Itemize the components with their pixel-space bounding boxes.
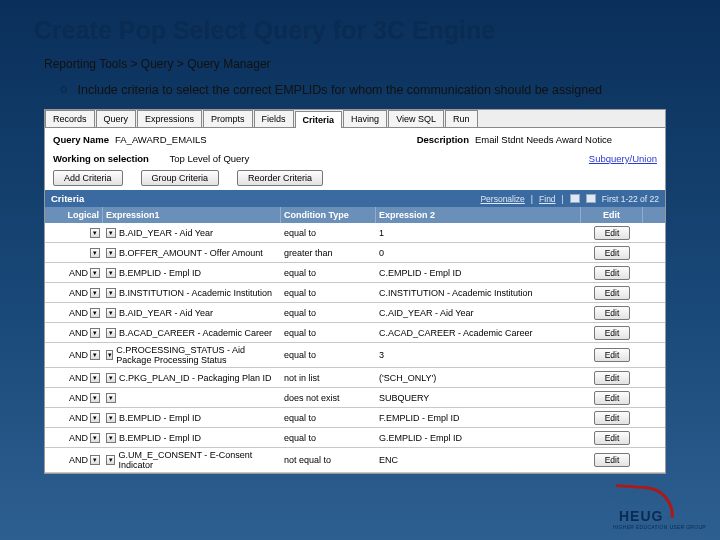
logical-dropdown[interactable]: ▾ — [90, 328, 100, 338]
edit-button[interactable]: Edit — [594, 431, 631, 445]
expression1-dropdown[interactable]: ▾ — [106, 328, 116, 338]
expression1-dropdown[interactable]: ▾ — [106, 373, 116, 383]
expression1-dropdown[interactable]: ▾ — [106, 248, 116, 258]
condition-value: greater than — [281, 246, 376, 260]
bullet-item: o Include criteria to select the correct… — [0, 77, 720, 103]
add-criteria-button[interactable]: Add Criteria — [53, 170, 123, 186]
logical-dropdown[interactable]: ▾ — [90, 393, 100, 403]
personalize-link[interactable]: Personalize — [480, 194, 524, 204]
tab-expressions[interactable]: Expressions — [137, 110, 202, 127]
description-label: Description — [417, 134, 469, 145]
logical-dropdown[interactable]: ▾ — [90, 433, 100, 443]
tab-view-sql[interactable]: View SQL — [388, 110, 444, 127]
col-expression2: Expression 2 — [376, 207, 581, 223]
find-link[interactable]: Find — [539, 194, 556, 204]
criteria-row: AND▾▾C.PKG_PLAN_ID - Packaging Plan IDno… — [45, 368, 665, 388]
heug-logo: HEUG HIGHER EDUCATION USER GROUP — [613, 484, 706, 530]
expression2-value: SUBQUERY — [376, 391, 581, 405]
expression1-value: B.AID_YEAR - Aid Year — [119, 308, 213, 318]
col-condition: Condition Type — [281, 207, 376, 223]
tab-prompts[interactable]: Prompts — [203, 110, 253, 127]
logical-dropdown[interactable]: ▾ — [90, 228, 100, 238]
edit-button[interactable]: Edit — [594, 306, 631, 320]
expression1-value: C.PKG_PLAN_ID - Packaging Plan ID — [119, 373, 272, 383]
tab-records[interactable]: Records — [45, 110, 95, 127]
reorder-criteria-button[interactable]: Reorder Criteria — [237, 170, 323, 186]
criteria-row: AND▾▾B.AID_YEAR - Aid Yearequal toC.AID_… — [45, 303, 665, 323]
tab-criteria[interactable]: Criteria — [295, 111, 343, 128]
condition-value: equal to — [281, 431, 376, 445]
criteria-row: AND▾▾C.PROCESSING_STATUS - Aid Package P… — [45, 343, 665, 368]
logo-text: HEUG — [619, 508, 663, 524]
expression2-value: 3 — [376, 348, 581, 362]
logical-value: AND — [69, 433, 88, 443]
logical-value: AND — [69, 288, 88, 298]
expression2-value: 0 — [376, 246, 581, 260]
tab-run[interactable]: Run — [445, 110, 478, 127]
edit-button[interactable]: Edit — [594, 411, 631, 425]
expression2-value: 1 — [376, 226, 581, 240]
zoom-icon[interactable] — [570, 194, 580, 203]
condition-value: does not exist — [281, 391, 376, 405]
expression1-value: C.PROCESSING_STATUS - Aid Package Proces… — [116, 345, 278, 365]
criteria-row: AND▾▾G.UM_E_CONSENT - E-Consent Indicato… — [45, 448, 665, 473]
criteria-row: AND▾▾B.EMPLID - Empl IDequal toG.EMPLID … — [45, 428, 665, 448]
logical-dropdown[interactable]: ▾ — [90, 308, 100, 318]
group-criteria-button[interactable]: Group Criteria — [141, 170, 220, 186]
logical-value: AND — [69, 393, 88, 403]
grid-range: First 1-22 of 22 — [602, 194, 659, 204]
bullet-marker: o — [60, 83, 68, 97]
expression1-value: B.EMPLID - Empl ID — [119, 413, 201, 423]
edit-button[interactable]: Edit — [594, 326, 631, 340]
expression2-value: C.EMPLID - Empl ID — [376, 266, 581, 280]
query-name-label: Query Name — [53, 134, 109, 145]
expression1-dropdown[interactable]: ▾ — [106, 350, 113, 360]
expression2-value: C.ACAD_CAREER - Academic Career — [376, 326, 581, 340]
edit-button[interactable]: Edit — [594, 266, 631, 280]
tab-having[interactable]: Having — [343, 110, 387, 127]
edit-button[interactable]: Edit — [594, 371, 631, 385]
logical-dropdown[interactable]: ▾ — [90, 455, 100, 465]
col-edit: Edit — [581, 207, 643, 223]
working-label: Working on selection — [53, 153, 149, 164]
tab-fields[interactable]: Fields — [254, 110, 294, 127]
breadcrumb: Reporting Tools > Query > Query Manager — [0, 45, 720, 77]
expression1-value: B.OFFER_AMOUNT - Offer Amount — [119, 248, 263, 258]
edit-button[interactable]: Edit — [594, 286, 631, 300]
logical-dropdown[interactable]: ▾ — [90, 350, 100, 360]
edit-button[interactable]: Edit — [594, 348, 631, 362]
expression1-dropdown[interactable]: ▾ — [106, 268, 116, 278]
logical-dropdown[interactable]: ▾ — [90, 413, 100, 423]
logical-dropdown[interactable]: ▾ — [90, 268, 100, 278]
condition-value: equal to — [281, 266, 376, 280]
criteria-row: AND▾▾does not existSUBQUERYEdit — [45, 388, 665, 408]
expression1-dropdown[interactable]: ▾ — [106, 288, 116, 298]
logical-value: AND — [69, 373, 88, 383]
criteria-row: ▾▾B.AID_YEAR - Aid Yearequal to1Edit — [45, 223, 665, 243]
edit-button[interactable]: Edit — [594, 391, 631, 405]
logical-value: AND — [69, 328, 88, 338]
expression1-dropdown[interactable]: ▾ — [106, 455, 115, 465]
expression1-value: B.ACAD_CAREER - Academic Career — [119, 328, 272, 338]
expression1-dropdown[interactable]: ▾ — [106, 228, 116, 238]
criteria-row: AND▾▾B.INSTITUTION - Academic Institutio… — [45, 283, 665, 303]
logical-dropdown[interactable]: ▾ — [90, 288, 100, 298]
logical-value: AND — [69, 413, 88, 423]
edit-button[interactable]: Edit — [594, 226, 631, 240]
logical-value: AND — [69, 268, 88, 278]
expression1-dropdown[interactable]: ▾ — [106, 413, 116, 423]
expression2-value: ('SCH_ONLY') — [376, 371, 581, 385]
condition-value: equal to — [281, 411, 376, 425]
expression1-dropdown[interactable]: ▾ — [106, 433, 116, 443]
expression1-dropdown[interactable]: ▾ — [106, 308, 116, 318]
download-icon[interactable] — [586, 194, 596, 203]
logical-dropdown[interactable]: ▾ — [90, 248, 100, 258]
expression1-value: B.INSTITUTION - Academic Institution — [119, 288, 272, 298]
tab-query[interactable]: Query — [96, 110, 137, 127]
logical-dropdown[interactable]: ▾ — [90, 373, 100, 383]
subquery-union-link[interactable]: Subquery/Union — [589, 153, 657, 164]
criteria-row: ▾▾B.OFFER_AMOUNT - Offer Amountgreater t… — [45, 243, 665, 263]
edit-button[interactable]: Edit — [594, 453, 631, 467]
expression1-dropdown[interactable]: ▾ — [106, 393, 116, 403]
edit-button[interactable]: Edit — [594, 246, 631, 260]
